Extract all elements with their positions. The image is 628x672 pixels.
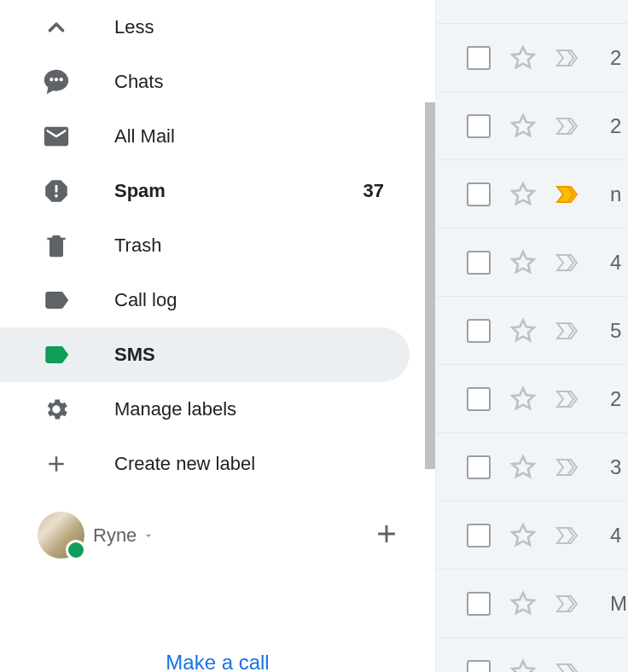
message-row[interactable]: 4 (436, 501, 628, 570)
important-icon[interactable] (555, 455, 586, 479)
message-sender: 4 (610, 251, 621, 275)
important-icon[interactable] (555, 319, 586, 343)
message-sender: 2 (610, 114, 621, 138)
sidebar-item-label: Spam (114, 180, 166, 202)
gear-icon (41, 394, 72, 425)
message-row[interactable]: 5 (436, 297, 628, 365)
make-call-section: Make a call (0, 651, 435, 672)
sidebar-item-spam[interactable]: Spam 37 (0, 164, 410, 218)
checkbox[interactable] (467, 387, 491, 411)
mail-icon (41, 121, 72, 152)
spam-count: 37 (363, 180, 384, 202)
message-row[interactable]: 3 (436, 433, 628, 501)
sidebar-item-calllog[interactable]: Call log (0, 273, 410, 327)
star-icon[interactable] (509, 249, 537, 276)
star-icon[interactable] (509, 454, 537, 481)
important-icon[interactable] (555, 182, 586, 206)
important-icon[interactable] (555, 524, 586, 547)
message-sender: M (610, 592, 627, 616)
star-icon[interactable] (509, 522, 537, 549)
plus-icon (41, 449, 72, 479)
message-sender: 5 (610, 319, 621, 343)
message-row[interactable]: 2 (436, 92, 628, 160)
chat-icon (41, 67, 72, 97)
chevron-down-icon (142, 529, 155, 542)
message-sender: 2 (610, 387, 621, 411)
message-sender: 4 (610, 524, 621, 547)
sidebar-item-less[interactable]: Less (0, 0, 410, 55)
message-row-partial (436, 0, 628, 24)
star-icon[interactable] (509, 590, 537, 617)
checkbox[interactable] (467, 114, 491, 138)
sidebar-item-label: SMS (114, 344, 155, 366)
message-row[interactable]: M (436, 570, 628, 638)
checkbox[interactable] (467, 182, 491, 206)
checkbox[interactable] (467, 455, 491, 479)
sidebar-item-label: Create new label (114, 453, 255, 475)
chevron-up-icon (41, 12, 72, 43)
star-icon[interactable] (509, 181, 537, 208)
label-icon (41, 285, 72, 316)
sidebar-item-label: Less (114, 16, 154, 38)
avatar[interactable] (38, 512, 84, 559)
important-icon[interactable] (555, 660, 586, 673)
important-icon[interactable] (555, 387, 586, 411)
star-icon[interactable] (509, 658, 537, 673)
profile-name-text: Ryne (93, 524, 137, 547)
spam-icon (41, 176, 72, 206)
star-icon[interactable] (509, 113, 537, 140)
star-icon[interactable] (509, 385, 537, 413)
checkbox[interactable] (467, 592, 491, 616)
sidebar-item-chats[interactable]: Chats (0, 55, 410, 109)
sidebar-item-label: Call log (114, 289, 177, 311)
checkbox[interactable] (467, 524, 491, 547)
scrollbar[interactable] (425, 102, 435, 469)
sidebar-item-trash[interactable]: Trash (0, 218, 410, 273)
make-call-link[interactable]: Make a call (166, 651, 269, 672)
trash-icon (41, 230, 72, 261)
checkbox[interactable] (467, 46, 491, 70)
checkbox[interactable] (467, 251, 491, 275)
sidebar: Less Chats All Mail Spam 37 Trash (0, 0, 435, 672)
sidebar-item-label: Chats (114, 71, 163, 93)
scrollbar-thumb[interactable] (425, 102, 435, 469)
label-icon (41, 339, 72, 370)
checkbox[interactable] (467, 660, 491, 673)
message-row[interactable]: 4 (436, 229, 628, 297)
important-icon[interactable] (555, 251, 586, 275)
sidebar-item-label: Trash (114, 235, 161, 257)
message-sender: 3 (610, 455, 621, 479)
sidebar-item-label: Manage labels (114, 398, 236, 420)
star-icon[interactable] (509, 317, 537, 345)
profile-row: Ryne (0, 496, 435, 574)
message-list: 2 2 n 4 (435, 0, 628, 672)
message-sender: n (610, 182, 621, 206)
message-row[interactable]: n (436, 160, 628, 229)
checkbox[interactable] (467, 319, 491, 343)
important-icon[interactable] (555, 592, 586, 616)
message-row[interactable]: 2 (436, 24, 628, 92)
star-icon[interactable] (509, 44, 537, 72)
nav-list: Less Chats All Mail Spam 37 Trash (0, 0, 435, 491)
sidebar-item-sms[interactable]: SMS (0, 327, 410, 382)
message-row[interactable]: 2 (436, 365, 628, 433)
sidebar-item-managelabels[interactable]: Manage labels (0, 382, 410, 437)
add-contact-button[interactable] (372, 519, 401, 552)
sidebar-item-allmail[interactable]: All Mail (0, 109, 410, 164)
profile-name[interactable]: Ryne (93, 524, 155, 547)
sidebar-item-label: All Mail (114, 125, 175, 148)
important-icon[interactable] (555, 46, 586, 70)
important-icon[interactable] (555, 114, 586, 138)
sidebar-item-createlabel[interactable]: Create new label (0, 437, 410, 491)
message-sender: 2 (610, 46, 621, 70)
message-row[interactable] (436, 638, 628, 672)
